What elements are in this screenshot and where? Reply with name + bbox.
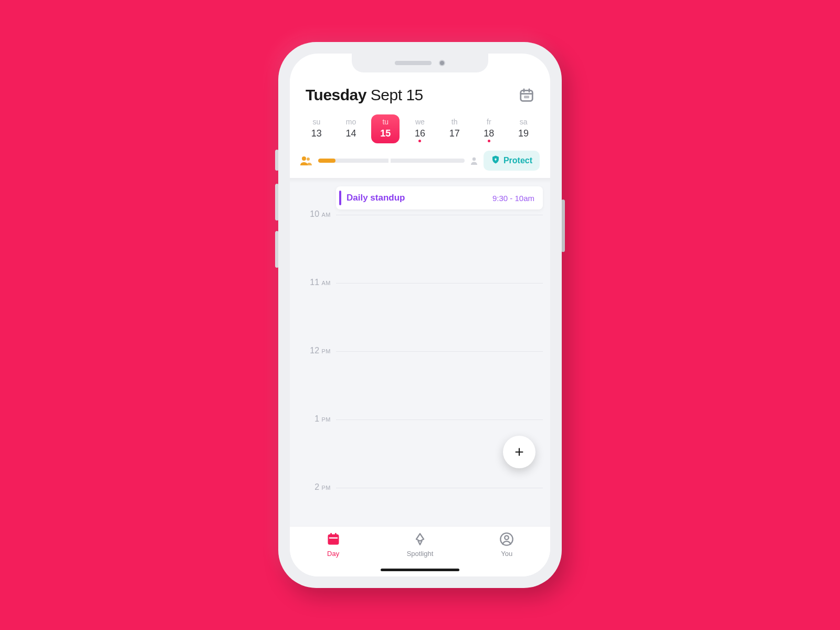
daynum-label: 13 <box>311 128 322 139</box>
svg-rect-12 <box>330 533 332 536</box>
monthday-value: Sept 15 <box>371 86 423 103</box>
timeline[interactable]: Daily standup 9:30 - 10am 10 AM 11 AM <box>290 178 550 526</box>
bottom-nav: Day Spotlight <box>290 526 550 576</box>
event-dot-icon <box>418 140 421 142</box>
dow-label: mo <box>346 118 356 126</box>
spotlight-icon <box>413 532 427 549</box>
svg-rect-9 <box>495 160 496 161</box>
add-event-button[interactable]: + <box>503 436 536 468</box>
dow-label: th <box>452 118 458 126</box>
svg-point-5 <box>302 156 306 161</box>
hour-label: 11 AM <box>290 278 331 287</box>
availability-fill <box>318 159 335 163</box>
day-cell-sa[interactable]: sa 19 <box>509 114 538 143</box>
hour-line <box>336 488 543 488</box>
hour-label: 10 AM <box>290 209 331 219</box>
user-icon <box>499 532 514 549</box>
hour-label: 12 PM <box>290 346 331 355</box>
day-cell-mo[interactable]: mo 14 <box>337 114 365 143</box>
nav-label: Spotlight <box>407 550 434 558</box>
page-title: Tuesday Sept 15 <box>306 86 423 104</box>
week-strip: su 13 mo 14 tu 15 we 16 <box>290 109 550 151</box>
weekday-label: Tuesday <box>306 86 366 103</box>
screen: Tuesday Sept 15 su <box>290 54 550 576</box>
hour-row: 11 AM <box>290 283 550 351</box>
plus-icon: + <box>514 443 524 461</box>
daynum-label: 16 <box>415 128 425 139</box>
dow-label: fr <box>487 118 491 126</box>
nav-label: You <box>501 550 512 558</box>
event-title: Daily standup <box>346 193 405 203</box>
hour-line <box>336 351 543 352</box>
hour-row: 2 PM <box>290 488 550 526</box>
daynum-label: 19 <box>518 128 529 139</box>
event-time: 9:30 - 10am <box>492 194 534 203</box>
daynum-label: 15 <box>380 128 391 139</box>
day-cell-th[interactable]: th 17 <box>440 114 469 143</box>
hour-line <box>336 419 543 420</box>
nav-day[interactable]: Day <box>302 532 365 558</box>
hour-line <box>336 215 543 215</box>
svg-point-6 <box>307 158 310 161</box>
calendar-day-icon <box>326 532 341 549</box>
dow-label: tu <box>382 118 388 126</box>
dow-label: we <box>415 118 425 126</box>
hour-line <box>336 283 543 284</box>
availability-slider[interactable] <box>318 159 465 163</box>
svg-rect-4 <box>524 96 529 98</box>
dow-label: su <box>312 118 320 126</box>
svg-rect-14 <box>329 538 337 539</box>
front-camera <box>439 60 445 66</box>
day-cell-tu[interactable]: tu 15 <box>371 114 400 143</box>
protect-label: Protect <box>503 156 532 165</box>
day-cell-su[interactable]: su 13 <box>302 114 331 143</box>
speaker-grill <box>395 61 432 65</box>
daynum-label: 18 <box>484 128 494 139</box>
home-indicator[interactable] <box>381 569 459 571</box>
svg-rect-13 <box>335 533 337 536</box>
hour-label: 2 PM <box>290 482 331 492</box>
day-cell-fr[interactable]: fr 18 <box>475 114 503 143</box>
phone-frame: Tuesday Sept 15 su <box>278 42 562 588</box>
svg-point-7 <box>472 158 476 161</box>
event-dot-icon <box>488 140 490 142</box>
svg-point-16 <box>505 536 509 539</box>
people-icon <box>300 156 313 165</box>
person-icon <box>470 156 478 165</box>
nav-label: Day <box>327 550 339 558</box>
calendar-icon[interactable] <box>519 87 534 103</box>
notch <box>352 54 488 72</box>
hour-row: 12 PM <box>290 351 550 419</box>
hour-row: 10 AM <box>290 215 550 283</box>
dow-label: sa <box>520 118 528 126</box>
nav-spotlight[interactable]: Spotlight <box>388 532 452 558</box>
daynum-label: 17 <box>449 128 460 139</box>
protect-button[interactable]: Protect <box>484 151 540 171</box>
availability-row: Protect <box>290 151 550 178</box>
nav-you[interactable]: You <box>475 532 538 558</box>
hour-label: 1 PM <box>290 414 331 424</box>
shield-icon <box>491 155 500 166</box>
power-button <box>561 200 565 252</box>
day-cell-we[interactable]: we 16 <box>406 114 434 143</box>
event-card[interactable]: Daily standup 9:30 - 10am <box>336 186 543 209</box>
daynum-label: 14 <box>346 128 356 139</box>
